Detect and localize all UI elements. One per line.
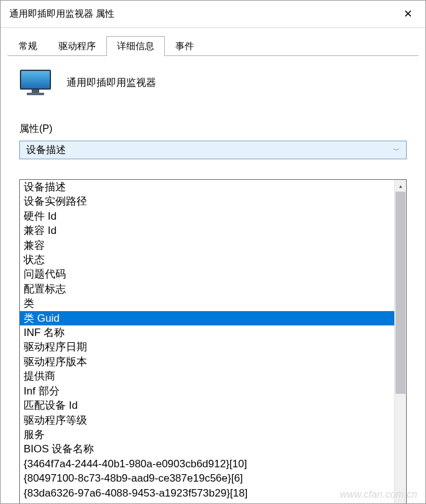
- list-item[interactable]: 匹配设备 Id: [20, 398, 394, 413]
- window-title: 通用即插即用监视器 属性: [9, 8, 114, 20]
- list-item[interactable]: 设备描述: [20, 180, 394, 194]
- scrollbar-vertical: ▴ ▾: [394, 180, 406, 504]
- content-pane: 通用即插即用监视器 属性(P) 设备描述 ﹀ 设备描述设备实例路径硬件 Id兼容…: [1, 55, 425, 173]
- close-icon: ✕: [404, 7, 412, 21]
- list-item[interactable]: {83da6326-97a6-4088-9453-a1923f573b29}[1…: [20, 486, 394, 500]
- tab-general[interactable]: 常规: [8, 36, 48, 56]
- scrollbar-thumb[interactable]: [396, 192, 405, 394]
- device-name: 通用即插即用监视器: [67, 77, 156, 90]
- list-item[interactable]: {80497100-8c73-48b9-aad9-ce387e19c56e}[6…: [20, 471, 394, 485]
- list-item[interactable]: 设备实例路径: [20, 194, 394, 208]
- list-item[interactable]: 配置标志: [20, 282, 394, 296]
- list-item[interactable]: Inf 部分: [20, 384, 394, 398]
- device-header: 通用即插即用监视器: [19, 69, 407, 96]
- close-button[interactable]: ✕: [391, 1, 425, 28]
- list-item[interactable]: 兼容 Id: [20, 223, 394, 238]
- svg-rect-3: [27, 93, 44, 95]
- svg-rect-2: [32, 90, 39, 93]
- property-dropdown-list: 设备描述设备实例路径硬件 Id兼容 Id兼容状态问题代码配置标志类类 GuidI…: [19, 179, 407, 504]
- list-item[interactable]: 服务: [20, 427, 394, 442]
- list-item[interactable]: {a8b865dd-2e3d-4094-ad97-e593a70c75d6}[2…: [20, 500, 394, 504]
- chevron-down-icon: ﹀: [393, 146, 400, 155]
- tab-events[interactable]: 事件: [165, 36, 205, 56]
- list-item[interactable]: {3464f7a4-2444-40b1-980a-e0903cb6d912}[1…: [20, 457, 394, 471]
- list-item[interactable]: 类 Guid: [20, 311, 394, 325]
- tab-underline: [7, 55, 419, 56]
- list-item[interactable]: 驱动程序等级: [20, 413, 394, 427]
- property-label: 属性(P): [19, 123, 407, 136]
- titlebar: 通用即插即用监视器 属性 ✕: [1, 1, 425, 28]
- list-item[interactable]: 驱动程序日期: [20, 340, 394, 354]
- list-item[interactable]: 驱动程序版本: [20, 355, 394, 369]
- scrollbar-track[interactable]: [395, 192, 406, 503]
- list-item[interactable]: 问题代码: [20, 267, 394, 281]
- monitor-icon: [19, 69, 52, 96]
- tab-driver[interactable]: 驱动程序: [48, 36, 106, 56]
- list-item[interactable]: 状态: [20, 253, 394, 267]
- list-item[interactable]: INF 名称: [20, 325, 394, 340]
- combobox-selected-text: 设备描述: [26, 144, 66, 157]
- property-combobox[interactable]: 设备描述 ﹀: [19, 141, 407, 159]
- list-item[interactable]: 提供商: [20, 369, 394, 383]
- scroll-up-button[interactable]: ▴: [395, 180, 406, 192]
- tab-details[interactable]: 详细信息: [106, 36, 165, 56]
- list-item[interactable]: 硬件 Id: [20, 209, 394, 223]
- list-item[interactable]: BIOS 设备名称: [20, 442, 394, 456]
- svg-rect-1: [21, 71, 50, 88]
- listbox-viewport: 设备描述设备实例路径硬件 Id兼容 Id兼容状态问题代码配置标志类类 GuidI…: [20, 180, 394, 504]
- tab-strip: 常规 驱动程序 详细信息 事件: [1, 28, 425, 55]
- list-item[interactable]: 兼容: [20, 238, 394, 253]
- list-item[interactable]: 类: [20, 296, 394, 310]
